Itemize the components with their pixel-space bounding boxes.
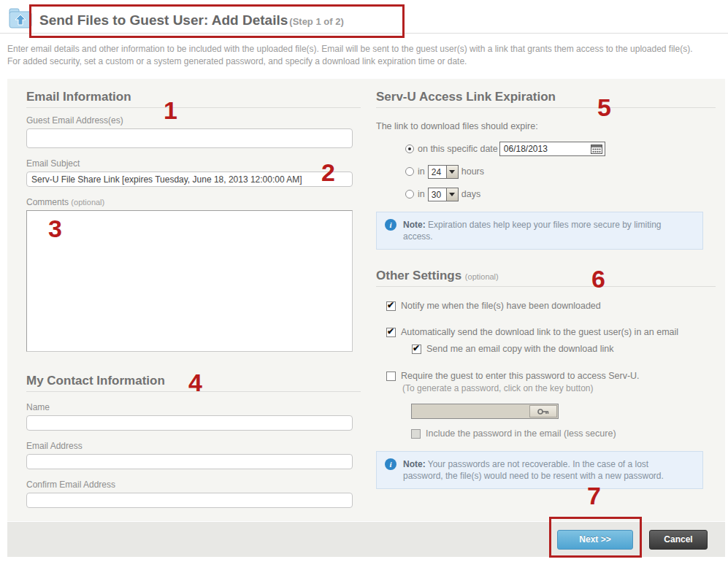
password-note-text: Note: Your passwords are not recoverable…	[403, 458, 684, 482]
info-icon: i	[385, 458, 396, 470]
expire-in-days-option[interactable]: in 30 days	[405, 187, 716, 201]
description-line1: Enter email details and other informatio…	[7, 43, 724, 55]
description-line2: For added security, set a custom or a sy…	[7, 55, 724, 68]
comments-label: Comments (optional)	[26, 197, 361, 207]
comments-optional-label: (optional)	[71, 198, 104, 207]
annotation-5: 5	[597, 95, 611, 120]
auto-send-label: Automatically send the download link to …	[401, 327, 678, 337]
name-label: Name	[26, 402, 361, 412]
require-password-label: Require the guest to enter this password…	[401, 371, 640, 381]
right-column: Serv-U Access Link Expiration The link t…	[376, 79, 716, 489]
chevron-down-icon[interactable]	[446, 166, 458, 178]
email-subject-label: Email Subject	[26, 158, 361, 169]
days-dropdown-value: 30	[429, 188, 446, 201]
email-address-input[interactable]	[26, 454, 353, 469]
expire-on-date-label: on this specific date	[418, 144, 498, 154]
auto-send-checkbox[interactable]	[386, 328, 396, 337]
auto-send-option[interactable]: Automatically send the download link to …	[386, 327, 716, 337]
annotation-box-title	[29, 4, 405, 38]
expire-on-date-radio[interactable]	[405, 145, 414, 153]
notify-checkbox[interactable]	[386, 301, 396, 311]
info-icon: i	[385, 219, 396, 231]
guest-email-label: Guest Email Address(es)	[26, 115, 361, 126]
annotation-4: 4	[188, 370, 202, 395]
expire-on-date-option[interactable]: on this specific date	[405, 142, 716, 156]
expire-in-days-suffix: days	[461, 189, 480, 199]
days-dropdown[interactable]: 30	[428, 188, 459, 201]
require-password-checkbox[interactable]	[386, 372, 396, 381]
generate-password-button[interactable]	[529, 405, 557, 417]
require-password-hint: (To generate a password, click on the ke…	[402, 383, 716, 393]
hours-dropdown[interactable]: 24	[428, 165, 459, 179]
guest-email-input[interactable]	[26, 128, 353, 148]
expiration-date-input[interactable]	[499, 142, 605, 156]
key-icon	[537, 408, 549, 415]
include-password-option[interactable]: Include the password in the email (less …	[411, 428, 716, 439]
annotation-6: 6	[591, 266, 605, 291]
expiration-note: i Note: Expiration dates help keep your …	[376, 212, 703, 250]
password-input[interactable]	[411, 404, 559, 419]
expiration-options: on this specific date	[405, 142, 716, 201]
email-subject-input[interactable]	[26, 172, 353, 187]
hours-dropdown-value: 24	[429, 166, 446, 178]
other-settings-optional: (optional)	[465, 272, 499, 281]
confirm-email-label: Confirm Email Address	[26, 480, 361, 490]
require-password-option[interactable]: Require the guest to enter this password…	[386, 371, 716, 381]
confirm-email-input[interactable]	[26, 493, 353, 508]
expire-in-hours-radio[interactable]	[405, 167, 414, 176]
include-password-checkbox[interactable]	[411, 429, 421, 439]
expire-in-hours-option[interactable]: in 24 hours	[405, 164, 716, 179]
email-address-label: Email Address	[26, 441, 361, 451]
notify-label: Notify me when the file(s) have been dow…	[401, 301, 601, 311]
expire-in-hours-prefix: in	[418, 166, 425, 177]
password-note: i Note: Your passwords are not recoverab…	[376, 451, 703, 489]
page-description: Enter email details and other informatio…	[7, 43, 724, 68]
left-column: Email Information Guest Email Address(es…	[26, 79, 361, 508]
calendar-icon[interactable]	[591, 144, 602, 156]
include-password-label: Include the password in the email (less …	[426, 428, 616, 439]
annotation-1: 1	[164, 98, 177, 123]
chevron-down-icon[interactable]	[446, 188, 458, 201]
email-copy-label: Send me an email copy with the download …	[426, 344, 613, 354]
cancel-button[interactable]: Cancel	[649, 530, 708, 550]
comments-textarea[interactable]	[26, 210, 353, 352]
expiration-intro: The link to download files should expire…	[376, 121, 716, 131]
annotation-box-next	[549, 517, 642, 558]
send-files-page: Send Files to Guest User: Add Details(St…	[0, 0, 728, 562]
other-settings-heading: Other Settings (optional)	[376, 269, 716, 287]
annotation-3: 3	[48, 216, 62, 241]
email-information-heading: Email Information	[26, 90, 361, 108]
email-copy-option[interactable]: Send me an email copy with the download …	[412, 344, 716, 354]
email-copy-checkbox[interactable]	[412, 344, 421, 354]
expiration-date-wrap	[499, 142, 605, 156]
expire-in-days-prefix: in	[418, 189, 425, 199]
name-input[interactable]	[26, 415, 353, 431]
expiration-note-text: Note: Expiration dates help keep your fi…	[403, 219, 684, 242]
notify-option[interactable]: Notify me when the file(s) have been dow…	[386, 301, 716, 311]
expire-in-hours-suffix: hours	[461, 166, 484, 177]
expiration-heading: Serv-U Access Link Expiration	[376, 90, 716, 108]
expire-in-days-radio[interactable]	[405, 190, 414, 199]
form-panel: Email Information Guest Email Address(es…	[7, 79, 725, 521]
password-row	[411, 404, 716, 419]
annotation-7: 7	[587, 483, 601, 508]
annotation-2: 2	[321, 160, 335, 185]
